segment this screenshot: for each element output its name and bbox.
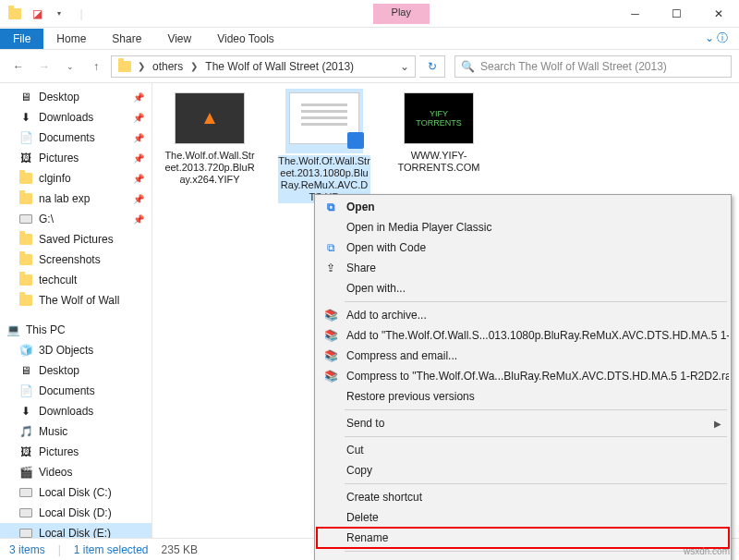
cm-add-archive[interactable]: 📚Add to archive... [317,305,729,325]
documents-icon: 📄 [18,130,33,145]
sidebar-item-folder[interactable]: techcult [0,270,151,290]
up-button[interactable]: ↑ [85,55,107,78]
chevron-right-icon[interactable]: ❯ [188,61,200,71]
cm-delete[interactable]: Delete [317,507,729,528]
search-input[interactable]: 🔍 Search The Wolf of Wall Street (2013) [454,55,732,78]
tab-share[interactable]: Share [99,29,154,49]
file-item-selected[interactable]: The.Wolf.Of.Wall.Street.2013.1080p.BluRa… [278,92,370,203]
image-thumbnail: YIFY TORRENTS [404,92,474,144]
tab-home[interactable]: Home [43,29,99,49]
cm-restore[interactable]: Restore previous versions [317,386,729,407]
vscode-icon: ⧉ [322,199,339,215]
status-item-count: 3 items [9,543,45,556]
cm-open[interactable]: ⧉Open [317,197,729,217]
sidebar-item-music[interactable]: 🎵Music [0,421,151,442]
folder-icon [18,232,33,247]
qat-sep: | [72,5,91,23]
cm-create-shortcut[interactable]: Create shortcut [317,487,729,507]
properties-icon[interactable]: ◪ [28,5,46,23]
cm-compress-email[interactable]: 📚Compress and email... [317,346,729,366]
tab-video-tools[interactable]: Video Tools [204,29,287,49]
sidebar-item-pictures[interactable]: 🖼Pictures [0,442,151,462]
music-icon: 🎵 [18,424,33,439]
pin-icon: 📌 [133,153,144,164]
sidebar-item-drive[interactable]: G:\📌 [0,209,151,229]
context-menu: ⧉Open Open in Media Player Classic ⧉Open… [314,194,732,560]
pin-icon: 📌 [133,194,144,204]
sidebar-item-folder[interactable]: Screenshots [0,250,151,270]
pc-icon: 💻 [6,323,20,337]
breadcrumb-seg[interactable]: The Wolf of Wall Street (2013) [201,58,357,75]
cm-open-mpc[interactable]: Open in Media Player Classic [317,217,729,237]
cm-properties[interactable]: Properties [317,554,729,560]
navigation-pane[interactable]: 🖥Desktop📌 ⬇Downloads📌 📄Documents📌 🖼Pictu… [0,83,152,538]
sidebar-item-folder[interactable]: clginfo📌 [0,168,151,189]
sidebar-item-documents[interactable]: 📄Documents📌 [0,128,151,148]
folder-icon [18,171,33,186]
cm-share[interactable]: ⇪Share [317,258,729,278]
video-thumbnail [175,92,245,144]
sidebar-item-videos[interactable]: 🎬Videos [0,462,151,482]
file-item-image[interactable]: YIFY TORRENTS WWW.YIFY-TORRENTS.COM [393,92,485,174]
sidebar-item-folder[interactable]: The Wolf of Wall [0,290,151,310]
cm-separator [345,483,727,484]
close-button[interactable]: ✕ [697,0,739,28]
forward-button[interactable]: → [33,55,55,78]
sidebar-item-downloads[interactable]: ⬇Downloads📌 [0,107,151,128]
address-bar[interactable]: ❯ others ❯ The Wolf of Wall Street (2013… [111,55,416,78]
folder-icon [115,57,134,76]
downloads-icon: ⬇ [18,110,33,125]
maximize-button[interactable]: ☐ [656,0,697,28]
sidebar-item-thispc[interactable]: 💻This PC [0,320,151,340]
sidebar-item-desktop[interactable]: 🖥Desktop📌 [0,87,151,107]
file-name: The.Wolf.of.Wall.Street.2013.720p.BluRay… [164,150,256,186]
folder-icon [18,293,33,308]
cm-compress-to-email[interactable]: 📚Compress to "The.Wolf.Of.Wa...BluRay.Re… [317,366,729,386]
sidebar-item-folder[interactable]: na lab exp📌 [0,189,151,209]
search-placeholder: Search The Wolf of Wall Street (2013) [480,60,667,73]
sidebar-item-3d[interactable]: 🧊3D Objects [0,340,151,360]
cm-separator [345,436,727,437]
pin-icon: 📌 [133,92,144,103]
navigation-bar: ← → ⌄ ↑ ❯ others ❯ The Wolf of Wall Stre… [0,50,739,83]
documents-icon: 📄 [18,383,33,398]
recent-dropdown[interactable]: ⌄ [59,55,81,78]
back-button[interactable]: ← [7,55,30,78]
watermark: wsxdn.com [684,546,730,556]
refresh-button[interactable]: ↻ [419,55,445,78]
sidebar-item-pictures[interactable]: 🖼Pictures📌 [0,148,151,168]
chevron-right-icon[interactable]: ❯ [136,61,147,71]
cm-send-to[interactable]: Send to▶ [317,413,729,433]
breadcrumb-seg[interactable]: others [149,58,187,75]
folder-icon [18,252,33,267]
play-context-tab[interactable]: Play [373,4,430,24]
winrar-icon: 📚 [322,327,339,344]
cm-add-to-rar[interactable]: 📚Add to "The.Wolf.Of.Wall.S...013.1080p.… [317,325,729,346]
address-dropdown[interactable]: ⌄ [398,58,411,75]
pin-icon: 📌 [133,113,144,123]
sidebar-item-desktop[interactable]: 🖥Desktop [0,360,151,381]
qat-dropdown-icon[interactable]: ▾ [50,5,68,23]
cm-copy[interactable]: Copy [317,460,729,481]
minimize-button[interactable]: ─ [614,0,656,28]
sidebar-item-folder[interactable]: Saved Pictures [0,229,151,250]
search-icon: 🔍 [461,60,475,73]
desktop-icon: 🖥 [18,90,33,104]
cm-open-code[interactable]: ⧉Open with Code [317,237,729,258]
tab-file[interactable]: File [0,29,43,49]
file-item-video[interactable]: The.Wolf.of.Wall.Street.2013.720p.BluRay… [164,92,256,186]
pictures-icon: 🖼 [18,444,33,459]
sidebar-item-drive-c[interactable]: Local Disk (C:) [0,482,151,503]
sidebar-item-downloads[interactable]: ⬇Downloads [0,401,151,421]
window-controls: ─ ☐ ✕ [614,0,739,28]
sidebar-item-documents[interactable]: 📄Documents [0,381,151,401]
cm-cut[interactable]: Cut [317,440,729,460]
help-dropdown[interactable]: ⌄ ⓘ [694,30,739,46]
sidebar-item-drive-d[interactable]: Local Disk (D:) [0,503,151,523]
cm-rename[interactable]: Rename [317,528,729,548]
sidebar-item-drive-e[interactable]: Local Disk (E:) [0,523,151,538]
chevron-right-icon: ▶ [714,419,721,429]
winrar-icon: 📚 [322,307,339,323]
tab-view[interactable]: View [154,29,204,49]
cm-open-with[interactable]: Open with... [317,278,729,298]
